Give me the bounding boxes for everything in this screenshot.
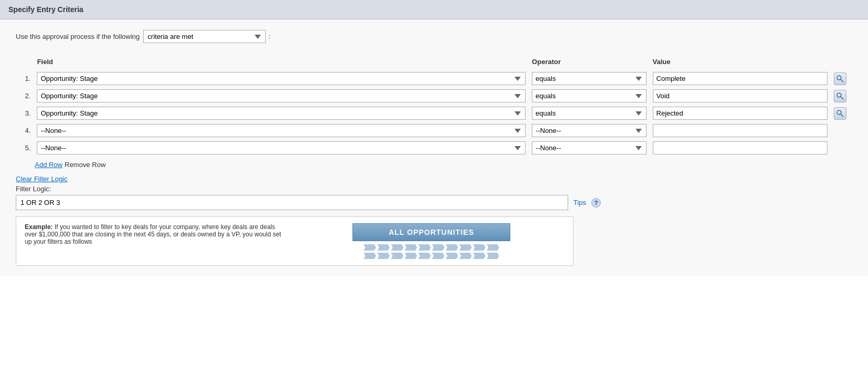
field-select-1[interactable]: --None--Opportunity: StageOpportunity: A…: [37, 72, 526, 85]
example-bold: Example:: [25, 223, 53, 231]
th-field: Field: [34, 56, 529, 70]
chevron-20: [487, 253, 499, 259]
value-cell-1: [650, 70, 831, 87]
remove-row-text[interactable]: Remove Row: [65, 161, 106, 169]
chevron-12: [377, 253, 390, 259]
value-cell-3: [650, 105, 831, 122]
chevron-3: [391, 244, 403, 251]
operator-select-3[interactable]: --None--equalsnot equal togreater thanle…: [532, 107, 646, 120]
chevron-2: [377, 244, 390, 251]
lookup-icon-3[interactable]: [834, 107, 846, 120]
field-select-4[interactable]: --None--Opportunity: StageOpportunity: A…: [37, 124, 526, 137]
filter-logic-label: Filter Logic:: [16, 185, 852, 193]
value-cell-4: [650, 122, 831, 139]
filter-logic-section: Clear Filter Logic Filter Logic: Tips ?: [16, 175, 852, 210]
th-empty: [16, 56, 34, 70]
filter-logic-input[interactable]: [16, 195, 568, 210]
svg-line-1: [841, 79, 843, 82]
value-input-1[interactable]: [653, 72, 827, 85]
criteria-intro-row: Use this approval process if the followi…: [16, 30, 852, 43]
add-remove-row: Add Row Remove Row: [35, 161, 852, 169]
diagram-pattern: [298, 244, 564, 259]
operator-cell-3: --None--equalsnot equal togreater thanle…: [529, 105, 649, 122]
table-row: 4.--None--Opportunity: StageOpportunity:…: [16, 122, 852, 139]
field-cell-4: --None--Opportunity: StageOpportunity: A…: [34, 122, 529, 139]
chevron-4: [405, 244, 417, 251]
diagram-area: ALL OPPORTUNITIES: [298, 223, 564, 259]
lookup-cell-5: [831, 139, 852, 157]
chevron-6: [432, 244, 445, 251]
chevron-10: [487, 244, 499, 251]
criteria-intro-label: Use this approval process if the followi…: [16, 33, 140, 40]
filter-table: Field Operator Value 1.--None--Opportuni…: [16, 56, 852, 157]
value-input-5[interactable]: [653, 141, 827, 154]
field-cell-1: --None--Opportunity: StageOpportunity: A…: [34, 70, 529, 87]
chevron-13: [391, 253, 403, 259]
operator-cell-2: --None--equalsnot equal togreater thanle…: [529, 87, 649, 105]
section-title: Specify Entry Criteria: [8, 5, 83, 14]
chevron-row-2: [364, 253, 499, 259]
svg-point-4: [837, 110, 841, 115]
operator-cell-5: --None--equalsnot equal togreater thanle…: [529, 139, 649, 157]
lookup-cell-4: [831, 122, 852, 139]
row-num-4: 4.: [16, 122, 34, 139]
help-icon[interactable]: ?: [591, 198, 601, 208]
value-input-3[interactable]: [653, 107, 827, 120]
th-operator: Operator: [529, 56, 649, 70]
chevron-15: [418, 253, 431, 259]
chevron-14: [405, 253, 417, 259]
row-num-5: 5.: [16, 139, 34, 157]
operator-select-4[interactable]: --None--equalsnot equal togreater thanle…: [532, 124, 646, 137]
lookup-cell-2: [831, 87, 852, 105]
chevron-19: [473, 253, 486, 259]
chevron-7: [446, 244, 458, 251]
lookup-cell-3: [831, 105, 852, 122]
operator-select-5[interactable]: --None--equalsnot equal togreater thanle…: [532, 141, 646, 154]
diagram-banner: ALL OPPORTUNITIES: [352, 223, 510, 241]
field-cell-3: --None--Opportunity: StageOpportunity: A…: [34, 105, 529, 122]
table-row: 3.--None--Opportunity: StageOpportunity:…: [16, 105, 852, 122]
chevron-5: [418, 244, 431, 251]
operator-cell-1: --None--equalsnot equal togreater thanle…: [529, 70, 649, 87]
chevron-row-1: [364, 244, 499, 251]
field-cell-5: --None--Opportunity: StageOpportunity: A…: [34, 139, 529, 157]
chevron-1: [364, 244, 376, 251]
criteria-main-select[interactable]: criteria are met formula evaluates to tr…: [143, 30, 266, 43]
chevron-8: [459, 244, 472, 251]
lookup-icon-2[interactable]: [834, 90, 846, 102]
value-input-2[interactable]: [653, 89, 827, 102]
section-header: Specify Entry Criteria: [0, 0, 868, 19]
lookup-cell-1: [831, 70, 852, 87]
row-num-2: 2.: [16, 87, 34, 105]
section-body: Use this approval process if the followi…: [0, 19, 868, 276]
filter-logic-row: Tips ?: [16, 195, 852, 210]
field-select-2[interactable]: --None--Opportunity: StageOpportunity: A…: [37, 89, 526, 102]
svg-line-5: [841, 114, 843, 117]
page-container: Specify Entry Criteria Use this approval…: [0, 0, 868, 383]
criteria-intro-suffix: :: [269, 33, 271, 40]
example-text: Example: If you wanted to filter to key …: [25, 223, 288, 245]
table-row: 1.--None--Opportunity: StageOpportunity:…: [16, 70, 852, 87]
value-input-4[interactable]: [653, 124, 827, 137]
th-value: Value: [650, 56, 831, 70]
chevron-18: [459, 253, 472, 259]
value-cell-2: [650, 87, 831, 105]
field-select-3[interactable]: --None--Opportunity: StageOpportunity: A…: [37, 107, 526, 120]
tips-link[interactable]: Tips: [573, 199, 586, 206]
example-box: Example: If you wanted to filter to key …: [16, 216, 573, 266]
lookup-icon-1[interactable]: [834, 73, 846, 85]
svg-point-2: [837, 93, 841, 97]
example-body: If you wanted to filter to key deals for…: [25, 223, 281, 245]
clear-filter-link[interactable]: Clear Filter Logic: [16, 175, 67, 183]
field-select-5[interactable]: --None--Opportunity: StageOpportunity: A…: [37, 141, 526, 154]
operator-select-1[interactable]: --None--equalsnot equal togreater thanle…: [532, 72, 646, 85]
add-row-link[interactable]: Add Row: [35, 161, 63, 169]
row-num-1: 1.: [16, 70, 34, 87]
row-num-3: 3.: [16, 105, 34, 122]
table-row: 2.--None--Opportunity: StageOpportunity:…: [16, 87, 852, 105]
th-icon: [831, 56, 852, 70]
operator-select-2[interactable]: --None--equalsnot equal togreater thanle…: [532, 89, 646, 102]
field-cell-2: --None--Opportunity: StageOpportunity: A…: [34, 87, 529, 105]
chevron-11: [364, 253, 376, 259]
operator-cell-4: --None--equalsnot equal togreater thanle…: [529, 122, 649, 139]
